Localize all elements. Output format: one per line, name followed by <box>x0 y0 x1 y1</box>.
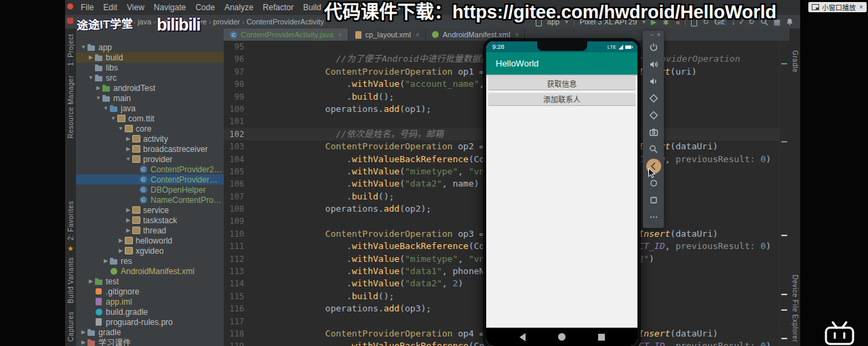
minimize-icon[interactable]: – <box>650 31 654 39</box>
tree-arrow[interactable]: ▶ <box>125 207 132 213</box>
tree-row-libs[interactable]: libs <box>76 62 224 73</box>
editor-scrollbar[interactable] <box>779 41 789 346</box>
tree-row--gitignore[interactable]: .gitignore <box>76 286 224 296</box>
tree-arrow[interactable]: ▶ <box>87 54 94 60</box>
tree-arrow[interactable]: ▶ <box>95 85 102 91</box>
tool-button----project[interactable]: 1: Project <box>67 34 75 66</box>
tree-arrow[interactable]: ▼ <box>110 115 117 121</box>
code-token: withValueBackReference <box>352 241 469 251</box>
tree-row-androidmanifest-xml[interactable]: AndroidManifest.xml <box>76 266 224 276</box>
tree-row-contentprovider2activity[interactable]: CContentProvider2Activity <box>76 164 224 174</box>
mouse-cursor <box>648 168 656 179</box>
tree-row-proguard-rules-pro[interactable]: proguard-rules.pro <box>76 317 224 327</box>
emulator-rotate-right-icon[interactable] <box>643 107 664 123</box>
emulator-zoom-icon[interactable] <box>643 140 664 157</box>
emulator-volume-up-icon[interactable] <box>643 56 664 73</box>
android-home-icon[interactable] <box>558 333 566 341</box>
menu-refactor[interactable]: Refactor <box>258 0 298 15</box>
tree-row-activity[interactable]: ▶activity <box>76 134 224 144</box>
tree-arrow[interactable]: ▶ <box>125 227 132 233</box>
tab-close-icon[interactable]: × <box>338 31 342 39</box>
tree-row-thread[interactable]: ▶thread <box>76 225 224 235</box>
tool-button-resource-manager[interactable]: Resource Manager <box>67 75 75 138</box>
emulator-overview-icon[interactable] <box>643 191 664 208</box>
emulator-more-icon[interactable] <box>643 208 664 225</box>
tool-button-device-file-explorer[interactable]: Device File Explorer <box>791 275 799 342</box>
tree-arrow[interactable]: ▼ <box>87 75 94 81</box>
emulator-rotate-left-icon[interactable] <box>643 90 664 107</box>
tree-arrow[interactable]: ▶ <box>87 278 94 284</box>
tree-arrow[interactable]: ▶ <box>125 146 132 152</box>
app-button-添加联系人[interactable]: 添加联系人 <box>488 93 635 105</box>
tree-arrow[interactable]: ▼ <box>125 156 132 162</box>
tree-row-provider[interactable]: ▼provider <box>76 154 224 164</box>
tree-arrow[interactable]: ▼ <box>117 126 124 132</box>
tree-row-java[interactable]: ▼java <box>76 103 224 113</box>
tree-row-contentprovideractivity[interactable]: CContentProviderActivity <box>76 174 224 185</box>
tab-contentprovideractivity-java[interactable]: CContentProviderActivity.java× <box>224 28 349 41</box>
line-number: 116 <box>224 303 251 315</box>
tree-row-src[interactable]: ▼src <box>76 73 224 83</box>
tree-row-namecontentprovider[interactable]: CNameContentProvider <box>76 195 224 205</box>
menu-view[interactable]: View <box>122 0 149 15</box>
app-button-获取信息[interactable]: 获取信息 <box>488 77 635 90</box>
menu-file[interactable]: File <box>76 0 98 15</box>
tree-row-service[interactable]: ▶service <box>76 205 224 215</box>
menu-build[interactable]: Build <box>298 0 326 15</box>
tool-button-gradle[interactable]: Gradle <box>791 50 799 73</box>
tab-cp-layout-xml[interactable]: cp_layout.xml× <box>349 28 426 41</box>
tree-arrow[interactable]: ▼ <box>95 95 102 101</box>
tree-arrow[interactable]: ▼ <box>80 44 87 50</box>
tree-arrow[interactable]: ▶ <box>117 248 124 254</box>
tree-row-com-ttit[interactable]: ▼com.ttit <box>76 113 224 123</box>
emulator-screen[interactable]: 9:28 LTE HelloWorld 获取信息添加联系人 <box>486 41 637 346</box>
breadcrumb-item[interactable]: provider <box>213 18 240 26</box>
tree-row-app-iml[interactable]: app.iml <box>76 296 224 307</box>
tree-row-taskstack[interactable]: ▶taskstack <box>76 215 224 225</box>
tree-arrow[interactable]: ▶ <box>117 237 124 244</box>
emulator-power-icon[interactable] <box>643 39 664 56</box>
line-number: 113 <box>224 265 251 277</box>
android-overview-icon[interactable] <box>598 334 605 341</box>
tab-close-icon[interactable]: × <box>515 31 519 39</box>
menu-code[interactable]: Code <box>191 0 220 15</box>
right-tool-strip: GradleDevice File Explorer <box>789 28 800 346</box>
tree-row-broadcastreceiver[interactable]: ▶broadcastreceiver <box>76 144 224 154</box>
tree-row-xgvideo[interactable]: ▶xgvideo <box>76 246 224 256</box>
class-icon: C <box>139 166 148 174</box>
pkg-icon <box>132 155 140 164</box>
breadcrumb-item[interactable]: ContentProviderActivity <box>246 18 323 26</box>
emulator-screenshot-icon[interactable] <box>643 123 664 140</box>
tree-row-app[interactable]: ▼app <box>76 42 224 52</box>
tree-row-----[interactable]: ▶学习课件 <box>76 337 224 346</box>
tree-arrow[interactable]: ▶ <box>125 217 132 223</box>
tab-close-icon[interactable]: × <box>416 31 420 39</box>
tree-row-gradle[interactable]: ▶gradle <box>76 327 224 337</box>
close-icon[interactable]: × <box>657 31 660 39</box>
tool-button-captures[interactable]: Captures <box>67 311 75 342</box>
tree-row-res[interactable]: ▶res <box>76 256 224 266</box>
tree-row-build-gradle[interactable]: build.gradle <box>76 307 224 317</box>
menu-analyze[interactable]: Analyze <box>220 0 258 15</box>
tree-arrow[interactable]: ▼ <box>102 105 109 111</box>
pip-close-icon[interactable]: × <box>859 3 863 11</box>
tree-row-test[interactable]: ▶test <box>76 276 224 286</box>
menu-edit[interactable]: Edit <box>98 0 122 15</box>
breadcrumb-item[interactable]: java <box>138 18 151 26</box>
tree-row-main[interactable]: ▼main <box>76 93 224 103</box>
tree-arrow[interactable]: ▶ <box>80 329 87 335</box>
pip-toggle[interactable]: 小窗口播放 × <box>808 2 867 12</box>
emulator-volume-down-icon[interactable] <box>643 73 664 90</box>
tool-button-build-variants[interactable]: Build Variants <box>67 257 75 303</box>
tree-arrow[interactable]: ▶ <box>80 339 87 345</box>
tree-row-helloworld[interactable]: ▶helloworld <box>76 235 224 246</box>
tree-arrow[interactable]: ▶ <box>102 258 109 264</box>
tree-arrow[interactable]: ▶ <box>125 136 132 142</box>
tree-row-dbopenhelper[interactable]: CDBOpenHelper <box>76 185 224 195</box>
tree-row-androidtest[interactable]: ▶androidTest <box>76 83 224 93</box>
tree-row-core[interactable]: ▼core <box>76 123 224 134</box>
tree-row-build[interactable]: ▶build <box>76 52 224 62</box>
tool-button-favorites[interactable]: 2: Favorites <box>67 201 75 240</box>
android-back-icon[interactable] <box>519 333 526 341</box>
menu-navigate[interactable]: Navigate <box>149 0 191 15</box>
